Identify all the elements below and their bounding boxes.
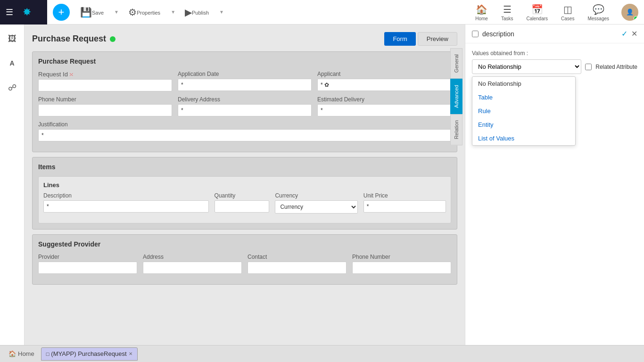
- contact-input[interactable]: [248, 262, 347, 274]
- navbar-right: 🏠 Home ☰ Tasks 📅 Calendars ◫ Cases 💬 Mes…: [469, 0, 644, 25]
- justification-input[interactable]: [38, 129, 451, 141]
- form-button[interactable]: Form: [384, 32, 415, 46]
- save-icon: 💾: [80, 7, 92, 18]
- tab-doc-icon: □: [46, 351, 50, 357]
- quantity-input[interactable]: [215, 200, 270, 213]
- contact-field: Contact: [248, 254, 347, 274]
- application-date-input[interactable]: [178, 79, 312, 91]
- properties-button[interactable]: ⚙ Properties: [124, 0, 165, 25]
- form-row-1: Request Id ⛌ Application Date Applicant: [38, 71, 451, 91]
- panel-select-row: No Relationship Table Rule Entity List o…: [472, 59, 637, 74]
- calendars-nav-item[interactable]: 📅 Calendars: [520, 0, 554, 25]
- publish-icon: ▶: [185, 7, 192, 18]
- justification-label: Justification: [38, 121, 451, 128]
- publish-dropdown-button[interactable]: ▼: [215, 0, 229, 25]
- suggested-provider-section-title: Suggested Provider: [38, 240, 451, 248]
- dropdown-menu: No Relationship Table Rule Entity List o…: [472, 76, 576, 146]
- unit-price-label: Unit Price: [363, 192, 446, 199]
- request-id-label: Request Id ⛌: [38, 71, 172, 78]
- sidebar-icon-monitor[interactable]: 🖼: [4, 30, 21, 47]
- add-button[interactable]: +: [53, 4, 70, 21]
- page-header: Purchase Request Form Preview: [32, 32, 457, 46]
- application-date-label: Application Date: [178, 71, 312, 77]
- contact-label: Contact: [248, 254, 347, 260]
- messages-nav-item[interactable]: 💬 Messages: [581, 0, 616, 25]
- hamburger-button[interactable]: ☰: [0, 7, 19, 17]
- suggested-provider-section: Suggested Provider Provider Address Cont…: [32, 234, 457, 285]
- phone-number-label: Phone Number: [38, 96, 172, 103]
- right-tabs: General Advanced Relation: [450, 48, 462, 145]
- home-tab-icon: 🏠: [8, 350, 16, 357]
- estimated-delivery-input[interactable]: [317, 104, 451, 116]
- dropdown-table[interactable]: Table: [472, 90, 575, 104]
- provider-input[interactable]: [38, 262, 137, 274]
- panel-confirm-button[interactable]: ✓: [621, 29, 627, 38]
- tab-bar: 🏠 Home □ (MYAPP) PurchaseRequest ✕: [0, 345, 644, 362]
- request-id-input[interactable]: [38, 79, 172, 91]
- tab-close-icon[interactable]: ✕: [129, 351, 132, 356]
- estimated-delivery-label: Estimated Delivery: [317, 96, 451, 103]
- currency-col: Currency Currency: [275, 192, 357, 214]
- provider-phone-input[interactable]: [352, 262, 451, 274]
- sidebar-icon-text[interactable]: A: [4, 55, 21, 72]
- sidebar-icon-layers[interactable]: ☍: [4, 79, 21, 96]
- save-action-group: 💾 Save ▼: [75, 0, 124, 25]
- description-input[interactable]: [43, 200, 209, 213]
- panel-header: description ✓ ✕: [465, 25, 644, 43]
- tab-label: (MYAPP) PurchaseRequest: [51, 350, 126, 357]
- panel-close-button[interactable]: ✕: [631, 29, 637, 38]
- publish-label: Publish: [192, 10, 209, 16]
- home-tab[interactable]: 🏠 Home: [4, 348, 39, 359]
- dropdown-entity[interactable]: Entity: [472, 118, 575, 132]
- provider-phone-field: Phone Number: [352, 254, 451, 274]
- tab-advanced[interactable]: Advanced: [450, 79, 462, 114]
- user-avatar[interactable]: 👤: [621, 4, 638, 21]
- address-input[interactable]: [143, 262, 242, 274]
- left-sidebar: 🖼 A ☍: [0, 25, 25, 345]
- unit-price-input[interactable]: [363, 200, 446, 213]
- currency-select[interactable]: Currency: [275, 200, 357, 214]
- home-icon: 🏠: [476, 4, 487, 15]
- dropdown-rule[interactable]: Rule: [472, 104, 575, 118]
- status-dot: [110, 36, 116, 42]
- justification-field: Justification: [38, 121, 451, 141]
- properties-dropdown-button[interactable]: ▼: [166, 0, 180, 25]
- tasks-nav-label: Tasks: [501, 16, 513, 21]
- phone-number-field: Phone Number: [38, 96, 172, 116]
- purchase-request-tab[interactable]: □ (MYAPP) PurchaseRequest ✕: [41, 347, 138, 361]
- form-row-2: Phone Number Delivery Address Estimated …: [38, 96, 451, 116]
- applicant-input[interactable]: [317, 79, 451, 91]
- panel-checkbox[interactable]: [472, 31, 479, 37]
- address-field: Address: [143, 254, 242, 274]
- purchase-request-section-title: Purchase Request: [38, 58, 451, 65]
- delivery-address-field: Delivery Address: [178, 96, 312, 116]
- messages-icon: 💬: [593, 4, 604, 15]
- phone-number-input[interactable]: [38, 104, 172, 116]
- tab-general[interactable]: General: [450, 48, 462, 79]
- properties-icon: ⚙: [128, 7, 137, 18]
- provider-row: Provider Address Contact Phone Number: [38, 254, 451, 274]
- dropdown-list-of-values[interactable]: List of Values: [472, 132, 575, 145]
- logo-button[interactable]: ✸: [19, 6, 35, 18]
- cases-nav-item[interactable]: ◫ Cases: [554, 0, 581, 25]
- dropdown-no-relationship[interactable]: No Relationship: [472, 77, 575, 90]
- home-nav-item[interactable]: 🏠 Home: [469, 0, 495, 25]
- related-attr-label: Related Attribute: [595, 64, 637, 70]
- relationship-select[interactable]: No Relationship Table Rule Entity List o…: [472, 59, 581, 74]
- properties-label: Properties: [137, 10, 160, 16]
- related-attr-checkbox[interactable]: [585, 64, 592, 70]
- delivery-address-input[interactable]: [178, 104, 312, 116]
- application-date-field: Application Date: [178, 71, 312, 91]
- publish-button[interactable]: ▶ Publish: [180, 0, 214, 25]
- save-dropdown-button[interactable]: ▼: [109, 0, 124, 25]
- lines-header-row: Description Quantity Currency Currency: [43, 192, 446, 214]
- preview-button[interactable]: Preview: [418, 32, 457, 46]
- tasks-nav-item[interactable]: ☰ Tasks: [495, 0, 520, 25]
- panel-body: Values obtained from : No Relationship T…: [465, 43, 644, 86]
- home-nav-label: Home: [475, 16, 488, 21]
- tab-relation[interactable]: Relation: [450, 114, 462, 145]
- required-icon: ⛌: [69, 72, 74, 77]
- messages-nav-label: Messages: [587, 16, 609, 21]
- provider-phone-label: Phone Number: [352, 254, 451, 260]
- save-button[interactable]: 💾 Save: [75, 0, 108, 25]
